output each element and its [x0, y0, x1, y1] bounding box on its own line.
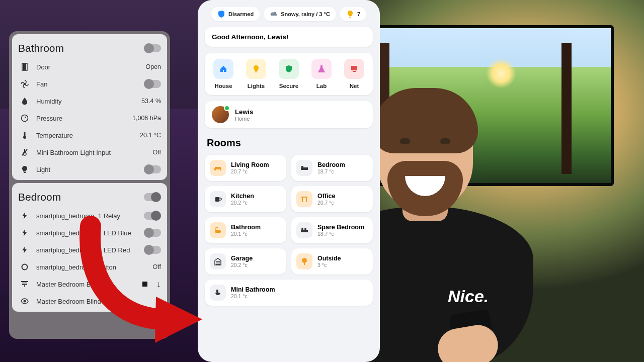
bath-icon — [214, 226, 222, 234]
toggle[interactable] — [144, 165, 161, 173]
quick-action-label: Net — [350, 83, 359, 89]
tree-icon — [300, 257, 308, 265]
blind-down-button[interactable]: ↓ — [156, 279, 161, 290]
entity-label: smartplug_bedroom_1 LED Red — [31, 246, 144, 254]
entity-label: Humidity — [31, 98, 141, 105]
toggle[interactable] — [144, 212, 161, 220]
status-chip[interactable]: Snowy, rainy / 3 °C — [264, 7, 336, 21]
user-presence-card[interactable]: Lewis Home — [205, 101, 373, 128]
entity-row[interactable]: Temperature 20.1 °C — [18, 127, 161, 144]
quick-action-label: Secure — [279, 83, 298, 89]
entity-row[interactable]: smartplug_bedroom_1 LED Blue — [18, 224, 161, 241]
entity-row[interactable]: Master Bedroom Blind Position — [18, 293, 161, 310]
quick-action-label: Lights — [248, 83, 265, 89]
entity-label: smartplug_bedroom_1 LED Blue — [31, 229, 144, 237]
entity-label: Mini Bathroom Light Input — [31, 149, 153, 156]
bed-icon — [300, 164, 308, 172]
room-temp: 20.7 °c — [231, 168, 269, 174]
bolt-icon — [18, 212, 31, 220]
room-card[interactable]: Outside 3 °c — [291, 248, 373, 275]
humidity-icon — [18, 97, 31, 105]
room-card[interactable]: Mini Bathroom 20.1 °c — [205, 280, 373, 306]
desktop-icon — [350, 65, 358, 73]
entity-row[interactable]: Fan — [18, 75, 161, 93]
room-name: Bedroom — [317, 161, 345, 168]
entity-row[interactable]: smartplug_bedroom_1 Relay — [18, 207, 161, 224]
quick-action-label: Lab — [316, 83, 327, 89]
avatar — [212, 106, 229, 123]
blind-stop-button[interactable] — [142, 282, 147, 287]
sofa-icon — [214, 164, 222, 172]
room-temp: 20.2 °c — [231, 262, 253, 268]
entity-row[interactable]: smartplug_bedroom_button Off — [18, 258, 161, 276]
entity-row[interactable]: Door Open — [18, 58, 161, 75]
room-temp: 20.1 °c — [231, 293, 275, 299]
bulb-icon — [346, 10, 354, 18]
door-icon — [18, 63, 31, 71]
entity-row[interactable]: Humidity 53.4 % — [18, 93, 161, 110]
garage-icon — [214, 257, 222, 265]
entity-label: Door — [31, 63, 145, 71]
room-name: Spare Bedroom — [317, 224, 364, 231]
chip-label: Disarmed — [228, 11, 254, 17]
room-card[interactable]: Bathroom 20.1 °c — [205, 217, 286, 243]
entity-label: Light — [31, 166, 144, 173]
sensor-value: 1,006 hPa — [132, 115, 161, 122]
shirt-text: Nice. — [448, 287, 489, 306]
entity-card: Bedroom smartplug_bedroom_1 Relay smartp… — [12, 183, 167, 312]
quick-action[interactable]: Net — [340, 59, 369, 89]
sensor-value: 53.4 % — [141, 98, 161, 105]
entity-label: smartplug_bedroom_button — [31, 263, 153, 271]
flask-icon — [317, 65, 326, 73]
input-off-icon — [18, 148, 31, 156]
status-chip[interactable]: 7 — [340, 7, 366, 21]
bed2-icon — [300, 226, 308, 234]
room-name: Living Room — [231, 161, 269, 168]
toggle[interactable] — [144, 229, 161, 237]
blind-icon — [18, 280, 31, 288]
entity-row[interactable]: Light — [18, 161, 161, 178]
entity-label: Master Bedroom Blind Position — [31, 298, 161, 305]
room-card[interactable]: Garage 20.2 °c — [205, 248, 286, 275]
bulb-icon — [252, 65, 260, 73]
quick-action[interactable]: House — [209, 59, 238, 89]
room-name: Kitchen — [231, 193, 254, 200]
card-master-toggle[interactable] — [144, 193, 161, 201]
gauge-icon — [18, 114, 31, 122]
quick-action[interactable]: Lab — [307, 59, 336, 89]
thermometer-icon — [18, 131, 31, 139]
status-chip[interactable]: Disarmed — [211, 7, 260, 21]
entity-label: Fan — [31, 80, 144, 88]
user-status: Home — [235, 116, 253, 122]
entity-row[interactable]: Mini Bathroom Light Input Off — [18, 144, 161, 161]
room-card[interactable]: Kitchen 20.2 °c — [205, 186, 286, 212]
card-master-toggle[interactable] — [144, 44, 161, 52]
room-name: Garage — [231, 255, 253, 262]
sensor-value: Off — [153, 149, 161, 156]
entity-label: Temperature — [31, 132, 140, 139]
room-temp: 20.2 °c — [231, 200, 254, 206]
weather-icon — [270, 10, 278, 18]
entity-card: Bathroom Door Open Fan Humidity 53.4 % P… — [12, 34, 167, 180]
room-card[interactable]: Living Room 20.7 °c — [205, 155, 286, 181]
mug-icon — [214, 195, 222, 203]
quick-action[interactable]: Secure — [274, 59, 303, 89]
quick-action[interactable]: Lights — [242, 59, 271, 89]
presence-dot-icon — [224, 105, 230, 111]
legacy-dashboard-panel: Bathroom Door Open Fan Humidity 53.4 % P… — [9, 31, 170, 339]
entity-label: Pressure — [31, 115, 132, 122]
entity-row[interactable]: smartplug_bedroom_1 LED Red — [18, 241, 161, 258]
rooms-section-title: Rooms — [207, 137, 371, 149]
sensor-value: Off — [153, 263, 161, 270]
entity-row[interactable]: Pressure 1,006 hPa — [18, 110, 161, 127]
status-chip-row: Disarmed Snowy, rainy / 3 °C 7 — [205, 7, 373, 21]
toggle[interactable] — [144, 80, 161, 88]
room-name: Mini Bathroom — [231, 286, 275, 293]
room-temp: 18.7 °c — [317, 231, 364, 237]
entity-row[interactable]: Master Bedroom Blind ↓ — [18, 276, 161, 293]
room-card[interactable]: Bedroom 18.7 °c — [291, 155, 373, 181]
room-card[interactable]: Office 20.7 °c — [291, 186, 373, 212]
eye-icon — [18, 297, 31, 305]
room-card[interactable]: Spare Bedroom 18.7 °c — [291, 217, 373, 243]
toggle[interactable] — [144, 246, 161, 254]
